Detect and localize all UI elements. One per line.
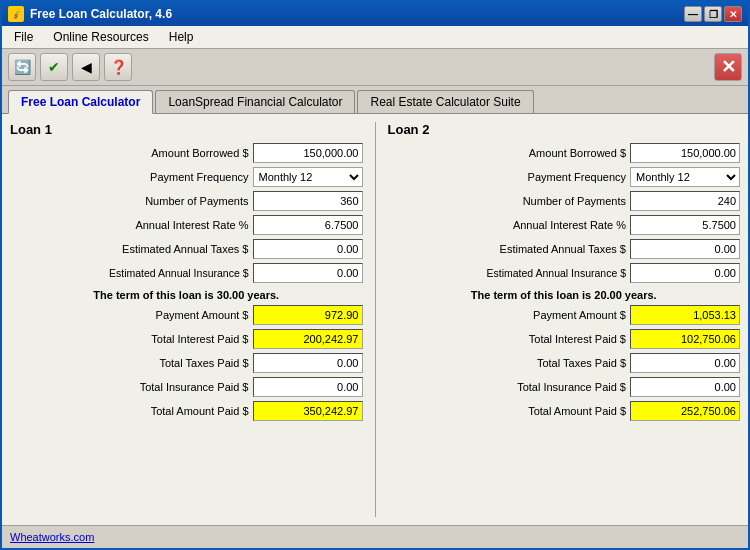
loan1-amount-row: Amount Borrowed $ [10, 143, 363, 163]
loan1-total-taxes-value[interactable] [253, 353, 363, 373]
app-icon: 💰 [8, 6, 24, 22]
toolbar-close-button[interactable]: ✕ [714, 53, 742, 81]
loan2-total-amount-label: Total Amount Paid $ [528, 405, 626, 417]
loan1-total-interest-row: Total Interest Paid $ [10, 329, 363, 349]
loan1-interest-row: Annual Interest Rate % [10, 215, 363, 235]
loan2-payments-input[interactable] [630, 191, 740, 211]
menu-bar: File Online Resources Help [2, 26, 748, 49]
loan2-total-insurance-row: Total Insurance Paid $ [388, 377, 741, 397]
loan2-taxes-label: Estimated Annual Taxes $ [500, 243, 626, 255]
loan2-insurance-label: Estimated Annual Insurance $ [486, 267, 626, 279]
loan1-payment-amount-row: Payment Amount $ [10, 305, 363, 325]
loan1-amount-label: Amount Borrowed $ [151, 147, 248, 159]
loan2-payments-row: Number of Payments [388, 191, 741, 211]
minimize-button[interactable]: — [684, 6, 702, 22]
toolbar-back-button[interactable]: ◀ [72, 53, 100, 81]
loan2-total-taxes-value[interactable] [630, 353, 740, 373]
toolbar-check-button[interactable]: ✔ [40, 53, 68, 81]
close-button[interactable]: ✕ [724, 6, 742, 22]
loan1-section: Loan 1 Amount Borrowed $ Payment Frequen… [10, 122, 363, 517]
loan1-interest-label: Annual Interest Rate % [135, 219, 248, 231]
loan2-frequency-row: Payment Frequency Monthly 12 Semi-Monthl… [388, 167, 741, 187]
loan1-payments-input[interactable] [253, 191, 363, 211]
loan1-title: Loan 1 [10, 122, 363, 137]
tab-free-loan-calculator[interactable]: Free Loan Calculator [8, 90, 153, 114]
loan1-insurance-label: Estimated Annual Insurance $ [109, 267, 249, 279]
loan1-payments-label: Number of Payments [145, 195, 248, 207]
loan2-total-amount-value[interactable] [630, 401, 740, 421]
loan1-taxes-row: Estimated Annual Taxes $ [10, 239, 363, 259]
loan1-total-insurance-label: Total Insurance Paid $ [140, 381, 249, 393]
loan2-insurance-input[interactable] [630, 263, 740, 283]
loan2-section: Loan 2 Amount Borrowed $ Payment Frequen… [388, 122, 741, 517]
loan1-frequency-label: Payment Frequency [150, 171, 248, 183]
loan2-amount-label: Amount Borrowed $ [529, 147, 626, 159]
loan1-total-insurance-row: Total Insurance Paid $ [10, 377, 363, 397]
loan2-total-interest-row: Total Interest Paid $ [388, 329, 741, 349]
tabs-container: Free Loan Calculator LoanSpread Financia… [2, 86, 748, 114]
toolbar-refresh-button[interactable]: 🔄 [8, 53, 36, 81]
loan1-total-interest-value[interactable] [253, 329, 363, 349]
loan1-payment-amount-label: Payment Amount $ [156, 309, 249, 321]
loan2-interest-input[interactable] [630, 215, 740, 235]
loan2-frequency-label: Payment Frequency [528, 171, 626, 183]
loan1-total-amount-label: Total Amount Paid $ [151, 405, 249, 417]
footer-link[interactable]: Wheatworks.com [10, 531, 94, 543]
window-controls: — ❐ ✕ [684, 6, 742, 22]
window-title: Free Loan Calculator, 4.6 [30, 7, 172, 21]
loan1-taxes-label: Estimated Annual Taxes $ [122, 243, 248, 255]
tab-loanspread[interactable]: LoanSpread Financial Calculator [155, 90, 355, 113]
loan2-total-insurance-value[interactable] [630, 377, 740, 397]
section-divider [375, 122, 376, 517]
loan2-frequency-select[interactable]: Monthly 12 Semi-Monthly 24 Bi-Weekly 26 … [630, 167, 740, 187]
loan2-total-taxes-row: Total Taxes Paid $ [388, 353, 741, 373]
main-content: Loan 1 Amount Borrowed $ Payment Frequen… [2, 114, 748, 525]
title-bar: 💰 Free Loan Calculator, 4.6 — ❐ ✕ [2, 2, 748, 26]
loan1-payment-amount-value[interactable] [253, 305, 363, 325]
loan2-payment-amount-label: Payment Amount $ [533, 309, 626, 321]
loan2-amount-row: Amount Borrowed $ [388, 143, 741, 163]
loan2-taxes-row: Estimated Annual Taxes $ [388, 239, 741, 259]
loan2-title: Loan 2 [388, 122, 741, 137]
loan1-insurance-row: Estimated Annual Insurance $ [10, 263, 363, 283]
menu-help[interactable]: Help [161, 28, 202, 46]
menu-online-resources[interactable]: Online Resources [45, 28, 156, 46]
loan2-payment-amount-row: Payment Amount $ [388, 305, 741, 325]
toolbar: 🔄 ✔ ◀ ❓ ✕ [2, 49, 748, 86]
loan1-taxes-input[interactable] [253, 239, 363, 259]
loan2-total-interest-label: Total Interest Paid $ [529, 333, 626, 345]
loan2-total-insurance-label: Total Insurance Paid $ [517, 381, 626, 393]
loan1-total-interest-label: Total Interest Paid $ [151, 333, 248, 345]
restore-button[interactable]: ❐ [704, 6, 722, 22]
menu-file[interactable]: File [6, 28, 41, 46]
loan2-payment-amount-value[interactable] [630, 305, 740, 325]
toolbar-help-button[interactable]: ❓ [104, 53, 132, 81]
loan2-interest-row: Annual Interest Rate % [388, 215, 741, 235]
loan1-total-amount-row: Total Amount Paid $ [10, 401, 363, 421]
footer: Wheatworks.com [2, 525, 748, 548]
tab-real-estate[interactable]: Real Estate Calculator Suite [357, 90, 533, 113]
loan1-amount-input[interactable] [253, 143, 363, 163]
loan2-term-label: The term of this loan is 20.00 years. [388, 289, 741, 301]
loan1-insurance-input[interactable] [253, 263, 363, 283]
loan2-insurance-row: Estimated Annual Insurance $ [388, 263, 741, 283]
loan1-payments-row: Number of Payments [10, 191, 363, 211]
loan2-taxes-input[interactable] [630, 239, 740, 259]
loan2-amount-input[interactable] [630, 143, 740, 163]
loan1-total-taxes-row: Total Taxes Paid $ [10, 353, 363, 373]
loan1-frequency-select[interactable]: Monthly 12 Semi-Monthly 24 Bi-Weekly 26 … [253, 167, 363, 187]
loan2-total-amount-row: Total Amount Paid $ [388, 401, 741, 421]
loan1-total-amount-value[interactable] [253, 401, 363, 421]
loan2-total-interest-value[interactable] [630, 329, 740, 349]
loan1-total-insurance-value[interactable] [253, 377, 363, 397]
loan2-total-taxes-label: Total Taxes Paid $ [537, 357, 626, 369]
loan1-frequency-row: Payment Frequency Monthly 12 Semi-Monthl… [10, 167, 363, 187]
loan1-interest-input[interactable] [253, 215, 363, 235]
loan1-total-taxes-label: Total Taxes Paid $ [159, 357, 248, 369]
loan2-payments-label: Number of Payments [523, 195, 626, 207]
loan2-interest-label: Annual Interest Rate % [513, 219, 626, 231]
loan1-term-label: The term of this loan is 30.00 years. [10, 289, 363, 301]
